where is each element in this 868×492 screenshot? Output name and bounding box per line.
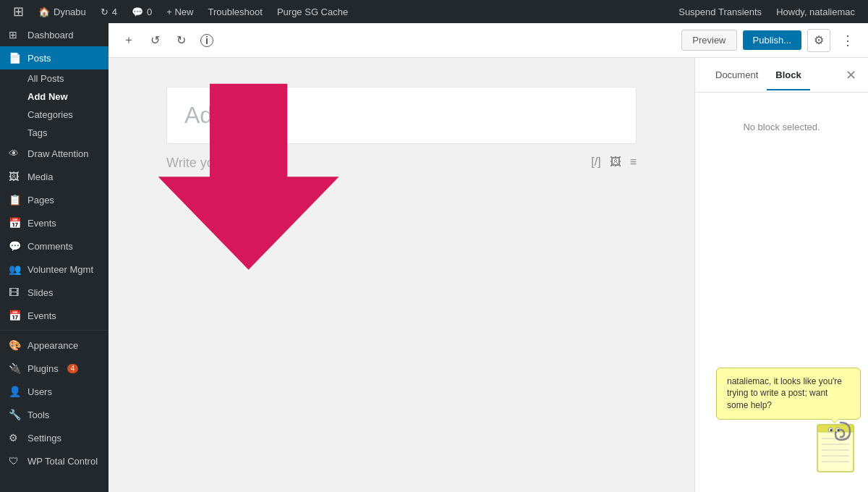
editor-area: Add t Write your story [/] 🖼 ≡ [109,58,868,492]
howdy-label: Howdy, nataliemac [776,7,855,17]
block-tab[interactable]: Block [767,61,809,90]
sidebar-item-comments[interactable]: 💬 Comments [0,234,109,258]
more-options-button[interactable]: ⋮ [836,29,859,52]
sidebar-subitem-all-posts[interactable]: All Posts [0,69,109,88]
body-placeholder: Write your story [166,156,258,170]
slides-icon: 🎞 [9,287,22,298]
clippy-figure [716,421,861,485]
events-icon: 📅 [9,217,22,229]
tags-label: Tags [27,127,47,138]
shortcode-icon[interactable]: [/] [591,156,600,169]
close-icon: ✕ [846,68,856,82]
preview-button[interactable]: Preview [681,30,736,51]
post-title-input[interactable]: Add t [184,102,618,129]
add-block-button[interactable]: ＋ [117,29,140,52]
sidebar-divider-1 [0,330,109,331]
troubleshoot-label: Troubleshoot [208,7,263,17]
right-panel-header: Document Block ✕ [695,58,868,93]
sidebar-item-wp-total-control[interactable]: 🛡 WP Total Control [0,449,109,472]
clippy-bubble: nataliemac, it looks like you're trying … [716,368,861,420]
settings-gear-button[interactable]: ⚙ [807,29,830,52]
editor-canvas: Add t Write your story [/] 🖼 ≡ [109,58,694,492]
document-tab[interactable]: Document [707,61,767,90]
body-icons: [/] 🖼 ≡ [591,156,637,169]
purge-cache-label: Purge SG Cache [277,7,348,17]
plugins-icon: 🔌 [9,362,22,374]
sidebar-subitem-categories[interactable]: Categories [0,106,109,124]
site-name-label: Dynabu [54,7,86,17]
right-panel: Document Block ✕ No block selected. [694,58,868,492]
document-tab-label: Document [715,69,758,80]
sidebar-plugins-label: Plugins [27,363,59,374]
plugins-badge: 4 [67,364,79,373]
sidebar-item-draw-attention[interactable]: 👁 Draw Attention [0,142,109,165]
sidebar-item-appearance[interactable]: 🎨 Appearance [0,334,109,357]
suspend-transients-label: Suspend Transients [678,7,762,17]
media-icon: 🖼 [9,171,22,182]
sidebar-slides-label: Slides [27,287,53,298]
sidebar-media-label: Media [27,171,53,182]
sidebar-item-events[interactable]: 📅 Events [0,211,109,234]
sidebar-subitem-add-new[interactable]: Add New [0,88,109,106]
sidebar-subitem-tags[interactable]: Tags [0,124,109,142]
svg-point-10 [830,429,833,431]
sidebar-users-label: Users [27,386,52,397]
panel-close-button[interactable]: ✕ [846,67,856,83]
redo-icon: ↻ [176,33,186,47]
wp-logo-icon: ⊞ [13,4,24,20]
sidebar-item-pages[interactable]: 📋 Pages [0,188,109,211]
sidebar-item-tools[interactable]: 🔧 Tools [0,403,109,426]
sidebar-item-media[interactable]: 🖼 Media [0,165,109,188]
comments-item[interactable]: 💬 0 [124,0,159,23]
sidebar-item-slides[interactable]: 🎞 Slides [0,281,109,304]
sidebar-item-events2[interactable]: 📅 Events [0,304,109,327]
appearance-icon: 🎨 [9,339,22,351]
settings-icon: ⚙ [9,432,22,444]
updates-item[interactable]: ↻ 4 [93,0,124,23]
sidebar-item-posts[interactable]: 📄 Posts [0,46,109,69]
wp-logo-item[interactable]: ⊞ [6,0,31,23]
comments-sidebar-icon: 💬 [9,240,22,252]
comments-icon: 💬 [132,7,143,17]
sidebar-item-settings[interactable]: ⚙ Settings [0,426,109,449]
no-block-message: No block selected. [707,122,856,132]
list-icon[interactable]: ≡ [630,156,637,169]
suspend-transients-item[interactable]: Suspend Transients [671,0,769,23]
troubleshoot-item[interactable]: Troubleshoot [201,0,270,23]
info-button[interactable]: i [195,29,218,52]
sidebar-item-users[interactable]: 👤 Users [0,380,109,403]
adminbar-right: Suspend Transients Howdy, nataliemac [671,0,862,23]
sidebar-item-plugins[interactable]: 🔌 Plugins 4 [0,357,109,380]
sidebar-events-label: Events [27,218,56,229]
undo-button[interactable]: ↺ [143,29,166,52]
sidebar-appearance-label: Appearance [27,340,78,351]
site-name-icon: 🏠 [38,7,50,17]
volunteer-icon: 👥 [9,263,22,275]
publish-label: Publish... [753,35,791,46]
updates-icon: ↻ [101,7,109,17]
howdy-item[interactable]: Howdy, nataliemac [769,0,862,23]
categories-label: Categories [27,109,73,120]
sidebar-posts-label: Posts [27,53,51,64]
add-new-label: Add New [27,91,68,102]
events2-icon: 📅 [9,310,22,321]
purge-cache-item[interactable]: Purge SG Cache [270,0,355,23]
post-body-box[interactable]: Write your story [/] 🖼 ≡ [166,144,637,182]
sidebar-item-volunteer-mgmt[interactable]: 👥 Volunteer Mgmt [0,258,109,281]
site-name-item[interactable]: 🏠 Dynabu [31,0,93,23]
new-item[interactable]: + New [159,0,200,23]
image-icon[interactable]: 🖼 [610,156,621,169]
svg-point-11 [838,429,840,431]
editor-toolbar: ＋ ↺ ↻ i Preview Publish... ⚙ [109,23,868,58]
admin-bar: ⊞ 🏠 Dynabu ↻ 4 💬 0 + New Troubleshoot Pu… [0,0,868,23]
clippy-message: nataliemac, it looks like you're trying … [727,376,842,411]
clippy-icon [810,421,861,485]
tools-icon: 🔧 [9,409,22,420]
sidebar-item-dashboard[interactable]: ⊞ Dashboard [0,23,109,46]
publish-button[interactable]: Publish... [743,30,801,50]
add-icon: ＋ [123,33,135,48]
comments-count: 0 [147,7,152,17]
sidebar-events2-label: Events [27,310,56,321]
block-tab-label: Block [775,69,801,80]
redo-button[interactable]: ↻ [169,29,192,52]
